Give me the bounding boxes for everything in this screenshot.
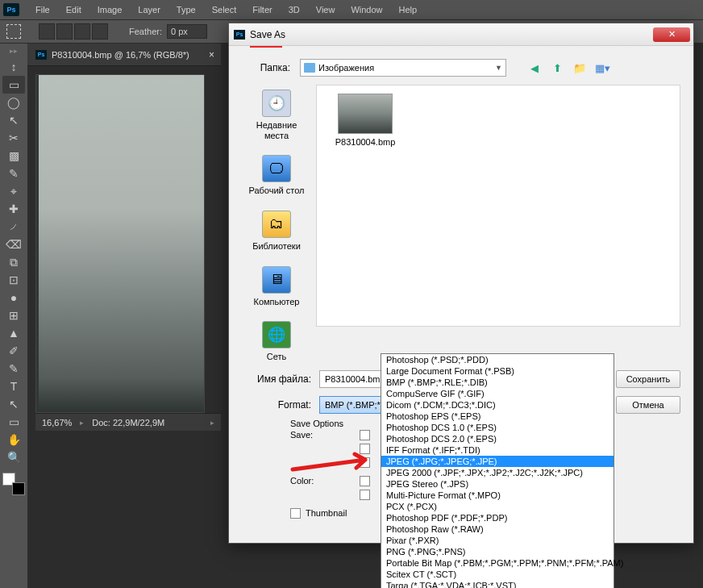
- tool-4[interactable]: ✂: [2, 129, 25, 147]
- toolbox: ▸▸ ↕▭◯↖✂▩✎⌖✚⟋⌫⧉⊡●⊞▲✐✎T↖▭✋🔍: [0, 44, 27, 495]
- format-option[interactable]: Portable Bit Map (*.PBM;*.PGM;*.PPM;*.PN…: [381, 557, 614, 569]
- menu-image[interactable]: Image: [89, 2, 131, 18]
- format-option[interactable]: Dicom (*.DCM;*.DC3;*.DIC): [381, 399, 614, 411]
- save-sublabel: Save:: [290, 430, 355, 440]
- folder-label: Папка:: [242, 62, 290, 73]
- view-menu-icon[interactable]: ▦▾: [595, 60, 609, 75]
- save-button[interactable]: Сохранить: [616, 370, 680, 388]
- format-option[interactable]: Targa (*.TGA;*.VDA;*.ICB;*.VST): [381, 580, 614, 588]
- tool-14[interactable]: ⊞: [2, 307, 25, 324]
- menu-filter[interactable]: Filter: [244, 2, 280, 18]
- format-option[interactable]: JPEG Stereo (*.JPS): [381, 478, 614, 490]
- menu-type[interactable]: Type: [168, 2, 204, 18]
- tool-12[interactable]: ⊡: [2, 271, 25, 289]
- menu-file[interactable]: File: [27, 2, 58, 18]
- cancel-button[interactable]: Отмена: [616, 396, 680, 414]
- tool-7[interactable]: ⌖: [2, 182, 25, 200]
- document-tab[interactable]: Ps P8310004.bmp @ 16,7% (RGB/8*) ×: [27, 44, 221, 66]
- tool-15[interactable]: ▲: [2, 324, 25, 342]
- selection-intersect-icon[interactable]: [92, 23, 108, 40]
- tool-0[interactable]: ↕: [2, 58, 25, 76]
- save-checkbox-2[interactable]: [360, 444, 370, 454]
- color-swatches[interactable]: [2, 473, 25, 495]
- folder-name: Изображения: [318, 63, 374, 73]
- selection-new-icon[interactable]: [39, 23, 55, 40]
- tool-11[interactable]: ⧉: [2, 253, 25, 271]
- menu-edit[interactable]: Edit: [58, 2, 89, 18]
- places-libraries[interactable]: 🗂 Библиотеки: [252, 211, 301, 252]
- menu-window[interactable]: Window: [343, 2, 390, 18]
- menu-view[interactable]: View: [308, 2, 343, 18]
- save-checkbox-1[interactable]: [360, 430, 370, 440]
- tool-17[interactable]: ✎: [2, 360, 25, 377]
- tool-6[interactable]: ✎: [2, 165, 25, 182]
- tool-8[interactable]: ✚: [2, 200, 25, 218]
- status-menu-icon[interactable]: ▸: [210, 419, 214, 427]
- marquee-tool-icon[interactable]: [6, 24, 21, 39]
- tool-5[interactable]: ▩: [2, 147, 25, 165]
- file-list-pane[interactable]: P8310004.bmp: [316, 85, 680, 327]
- places-recent[interactable]: 🕘 Недавниеместа: [256, 90, 297, 140]
- tool-16[interactable]: ✐: [2, 342, 25, 360]
- menu-help[interactable]: Help: [391, 2, 426, 18]
- new-folder-icon[interactable]: 📁: [572, 60, 587, 75]
- back-icon[interactable]: ◀: [527, 60, 542, 75]
- color-checkbox-2[interactable]: [360, 490, 370, 500]
- folder-combo[interactable]: Изображения ▼: [300, 59, 506, 77]
- dialog-close-button[interactable]: ✕: [653, 27, 690, 42]
- menu-3d[interactable]: 3D: [281, 2, 308, 18]
- format-dropdown-list[interactable]: Photoshop (*.PSD;*.PDD)Large Document Fo…: [381, 353, 614, 588]
- format-option[interactable]: Multi-Picture Format (*.MPO): [381, 490, 614, 501]
- places-network[interactable]: 🌐 Сеть: [262, 321, 291, 362]
- tool-22[interactable]: 🔍: [2, 448, 25, 466]
- format-option[interactable]: Photoshop Raw (*.RAW): [381, 523, 614, 535]
- color-checkbox-1[interactable]: [360, 476, 370, 486]
- feather-input[interactable]: [167, 24, 207, 39]
- format-option[interactable]: Pixar (*.PXR): [381, 535, 614, 546]
- status-arrow-icon[interactable]: ▸: [80, 419, 84, 427]
- chevron-down-icon[interactable]: ▼: [495, 64, 502, 72]
- format-option[interactable]: JPEG 2000 (*.JPF;*.JPX;*.JP2;*.J2C;*.J2K…: [381, 467, 614, 478]
- toolbox-chevron-icon[interactable]: ▸▸: [10, 47, 18, 55]
- doc-size: Doc: 22,9M/22,9M: [92, 418, 164, 427]
- format-option[interactable]: Photoshop DCS 2.0 (*.EPS): [381, 433, 614, 444]
- tool-2[interactable]: ◯: [2, 94, 25, 111]
- close-icon[interactable]: ×: [209, 49, 214, 60]
- menu-layer[interactable]: Layer: [130, 2, 168, 18]
- tool-13[interactable]: ●: [2, 289, 25, 307]
- document-status-bar: 16,67% ▸ Doc: 22,9M/22,9M ▸: [35, 413, 221, 431]
- tool-10[interactable]: ⌫: [2, 236, 25, 253]
- tool-1[interactable]: ▭: [2, 76, 25, 94]
- tool-9[interactable]: ⟋: [2, 218, 25, 236]
- format-option[interactable]: Large Document Format (*.PSB): [381, 365, 614, 377]
- selection-add-icon[interactable]: [56, 23, 73, 40]
- format-option[interactable]: CompuServe GIF (*.GIF): [381, 388, 614, 399]
- format-option[interactable]: IFF Format (*.IFF;*.TDI): [381, 444, 614, 456]
- dialog-titlebar[interactable]: Ps Save As ✕: [229, 23, 693, 46]
- format-option[interactable]: Scitex CT (*.SCT): [381, 569, 614, 580]
- format-option[interactable]: Photoshop EPS (*.EPS): [381, 411, 614, 422]
- menu-select[interactable]: Select: [204, 2, 245, 18]
- tool-19[interactable]: ↖: [2, 395, 25, 413]
- thumbnail-checkbox[interactable]: [290, 508, 301, 519]
- tool-20[interactable]: ▭: [2, 413, 25, 431]
- file-item[interactable]: P8310004.bmp: [325, 94, 406, 147]
- format-option[interactable]: Photoshop DCS 1.0 (*.EPS): [381, 422, 614, 433]
- tool-18[interactable]: T: [2, 377, 25, 395]
- background-color[interactable]: [12, 482, 25, 495]
- save-checkbox-3[interactable]: [360, 457, 370, 468]
- tool-21[interactable]: ✋: [2, 431, 25, 448]
- format-option[interactable]: JPEG (*.JPG;*.JPEG;*.JPE): [381, 456, 614, 467]
- tool-3[interactable]: ↖: [2, 111, 25, 129]
- format-option[interactable]: Photoshop PDF (*.PDF;*.PDP): [381, 512, 614, 523]
- places-desktop[interactable]: 🖵 Рабочий стол: [248, 155, 304, 196]
- zoom-level[interactable]: 16,67%: [42, 418, 72, 427]
- format-option[interactable]: PNG (*.PNG;*.PNS): [381, 546, 614, 557]
- format-option[interactable]: PCX (*.PCX): [381, 501, 614, 512]
- up-icon[interactable]: ⬆: [550, 60, 564, 75]
- format-option[interactable]: Photoshop (*.PSD;*.PDD): [381, 354, 614, 365]
- document-canvas[interactable]: [35, 74, 205, 413]
- selection-subtract-icon[interactable]: [74, 23, 90, 40]
- places-computer[interactable]: 🖥 Компьютер: [254, 266, 300, 307]
- format-option[interactable]: BMP (*.BMP;*.RLE;*.DIB): [381, 377, 614, 388]
